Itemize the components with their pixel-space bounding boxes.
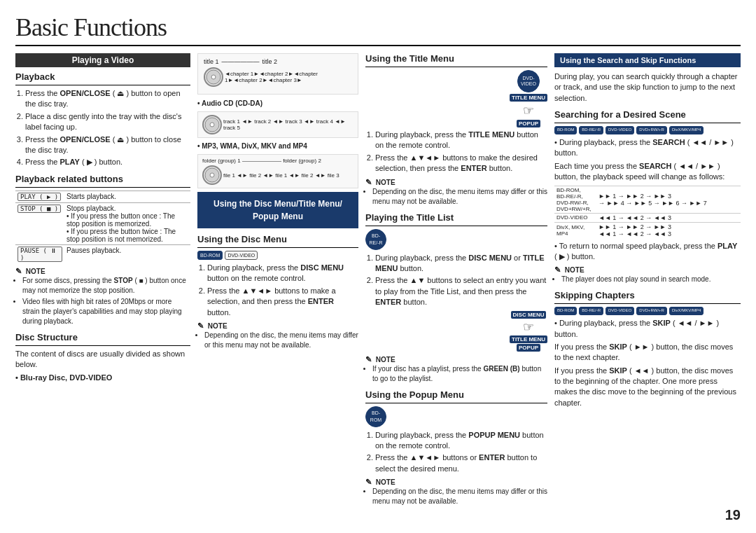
skipping-heading: Skipping Chapters [554, 290, 741, 300]
search-skip-intro: During play, you can search quickly thro… [554, 71, 741, 104]
disc-menu-steps: During playback, press the DISC MENU but… [197, 263, 358, 318]
badge-bd-rom: BD-ROM [197, 251, 223, 260]
skipping-badges: BD-ROM BD-RE/-R DVD-VIDEO DVD+RW/+R DivX… [554, 307, 741, 315]
stop-button-icon: STOP ( ■ ) [18, 205, 61, 213]
divider [365, 403, 547, 403]
note-title: NOTE [365, 478, 547, 487]
playback-divider [15, 85, 190, 85]
list-item: During playback, press the POPUP MENU bu… [375, 430, 547, 452]
searching-badges: BD-ROM BD-RE/-R DVD-VIDEO DVD+RW/+R DivX… [554, 126, 741, 134]
badge-bd-re: BD-RE/-R [365, 229, 386, 250]
folders-diagram: folder (group) 1 ——————— folder (group) … [197, 154, 358, 188]
title-list-heading: Playing the Title List [365, 212, 547, 223]
badge-dvd-video-sk: DVD-VIDEO [606, 307, 634, 315]
searching-heading: Searching for a Desired Scene [554, 109, 741, 120]
folder-labels-row: folder (group) 1 ——————— folder (group) … [202, 158, 354, 164]
divider [554, 303, 741, 304]
disc-structure-text: The content of discs are usually divided… [15, 349, 190, 371]
speed-fwd-divx: ►► 1 → ►► 2 → ►► 3◄◄ 1 → ◄◄ 2 → ◄◄ 3 [596, 222, 741, 238]
title-list-steps: During playback, press the DISC MENU or … [365, 253, 547, 308]
stop-description: Stops playback.• If you press the button… [64, 202, 190, 244]
skipping-text1: • During playback, press the SKIP ( ◄◄ /… [554, 318, 741, 340]
arrow: —————— [222, 58, 260, 65]
divider [15, 187, 190, 188]
track-labels: track 1 ◄► track 2 ◄► track 3 ◄► track 4… [223, 118, 354, 131]
note-title: NOTE [365, 178, 547, 187]
note-block-playback: NOTE For some discs, pressing the STOP (… [15, 267, 190, 326]
file-labels: file 1 ◄► file 2 ◄► file 1 ◄► file 2 ◄► … [223, 172, 340, 179]
badge-dvd-video-s: DVD-VIDEO [606, 126, 634, 134]
popup-menu-heading: Using the Popup Menu [365, 389, 547, 400]
label-title1: title 1 [204, 58, 219, 65]
disc-label-1: BD-ROM,BD-RE/-R,DVD-RW/-R,DVD+RW/+R, [554, 186, 596, 213]
note-block-popup-menu: NOTE Depending on the disc, the menu ite… [365, 478, 547, 506]
title-menu-label2: TITLE MENU [510, 335, 547, 343]
pause-button-icon: PAUSE ( ⏸ ) [18, 247, 62, 262]
note-list: For some discs, pressing the STOP ( ■ ) … [15, 276, 190, 326]
badge-bd-rom2: BD-ROM [365, 406, 386, 427]
disc-structure-heading: Disc Structure [15, 332, 190, 342]
note-list: If your disc has a playlist, press the G… [365, 364, 547, 384]
title-menu-popup-label: TITLE MENU [510, 94, 547, 102]
divider [365, 67, 547, 67]
page-number: 19 [725, 507, 741, 523]
list-item: Press the ▲▼◄► buttons to make the desir… [375, 153, 547, 174]
note-list: Depending on the disc, the menu items ma… [365, 487, 547, 506]
chapters-row1: ◄chapter 1►◄chapter 2►◄chapter 1►◄chapte… [225, 71, 352, 83]
searching-return: • To return to normal speed playback, pr… [554, 241, 741, 263]
tracks-diagram: track 1 ◄► track 2 ◄► track 3 ◄► track 4… [197, 111, 358, 138]
disc-structure-diagram: title 1 —————— title 2 ◄chapter 1►◄chapt… [197, 53, 358, 95]
divider [15, 345, 190, 346]
disc-icon-cd [202, 115, 222, 134]
badge-bd-rom-sk: BD-ROM [554, 307, 577, 315]
badge-dvd-video: DVD-VIDEO [225, 251, 258, 260]
list-item: Press the PLAY ( ▶ ) button. [25, 157, 190, 167]
skipping-text3: If you press the SKIP ( ◄◄ ) button, the… [554, 366, 741, 409]
searching-text1: • During playback, press the SEARCH ( ◄◄… [554, 137, 741, 159]
list-item: Press the ▲▼◄► buttons to make a selecti… [207, 286, 358, 318]
hand-icon: ☞ [523, 319, 534, 335]
highlight-line2: Popup Menu [253, 212, 303, 221]
playback-table: PLAY ( ▶ ) Starts playback. STOP ( ■ ) S… [15, 191, 190, 263]
list-item: Press the OPEN/CLOSE ( ⏏ ) button to clo… [25, 134, 190, 156]
list-item: The player does not play sound in search… [561, 275, 741, 284]
label-title2: title 2 [262, 58, 278, 65]
title-menu-icon-area: DVD-VIDEO TITLE MENU ☞ POPUP [365, 70, 547, 127]
list-item: Press the ▲▼ buttons to select an entry … [375, 275, 547, 307]
disc-icon [204, 67, 223, 87]
title-list-icon-area: DISC MENU ☞ TITLE MENU POPUP [365, 311, 547, 352]
highlight-box: Using the Disc Menu/Title Menu/ Popup Me… [197, 192, 358, 228]
playback-steps: Press the OPEN/CLOSE ( ⏏ ) button to ope… [15, 88, 190, 168]
list-item: For some discs, pressing the STOP ( ■ ) … [22, 276, 190, 296]
playback-heading: Playback [15, 71, 190, 82]
column-1: Playing a Video Playback Press the OPEN/… [15, 53, 190, 526]
list-item: During playback, press the TITLE MENU bu… [375, 130, 547, 151]
note-block-title-menu: NOTE Depending on the disc, the menu ite… [365, 178, 547, 207]
play-button-icon: PLAY ( ▶ ) [18, 193, 61, 201]
note-list: The player does not play sound in search… [554, 275, 741, 284]
title-menu-heading: Using the Title Menu [365, 53, 547, 64]
highlight-line1: Using the Disc Menu/Title Menu/ [214, 199, 342, 209]
popup-menu-steps: During playback, press the POPUP MENU bu… [365, 430, 547, 475]
search-skip-header: Using the Search and Skip Functions [554, 53, 741, 67]
list-item: Place a disc gently into the tray with t… [25, 111, 190, 133]
note-list: Depending on the disc, the menu items ma… [197, 331, 358, 350]
mp3-label: • MP3, WMA, DivX, MKV and MP4 [197, 141, 358, 151]
note-title: NOTE [554, 265, 741, 275]
audio-cd-label: • Audio CD (CD-DA) [197, 99, 358, 109]
svg-point-1 [211, 75, 216, 79]
list-item: If your disc has a playlist, press the G… [372, 364, 547, 384]
pause-description: Pauses playback. [64, 244, 190, 263]
disc-menu-heading: Using the Disc Menu [197, 234, 358, 244]
hand-pointer-icon: ☞ [523, 103, 534, 118]
list-item: Press the ▲▼◄► buttons or ENTER button t… [375, 452, 547, 474]
title-menu-steps: During playback, press the TITLE MENU bu… [365, 130, 547, 174]
list-item: Press the OPEN/CLOSE ( ⏏ ) button to ope… [25, 88, 190, 110]
disc-label-divx: DivX, MKV,MP4 [554, 222, 596, 238]
note-title: NOTE [197, 321, 358, 331]
popup-label: POPUP [517, 120, 540, 127]
svg-point-5 [210, 173, 214, 177]
badge-divx-sk: DivX/MKV/MP4 [669, 307, 704, 315]
play-description: Starts playback. [64, 191, 190, 202]
note-title: NOTE [365, 355, 547, 364]
